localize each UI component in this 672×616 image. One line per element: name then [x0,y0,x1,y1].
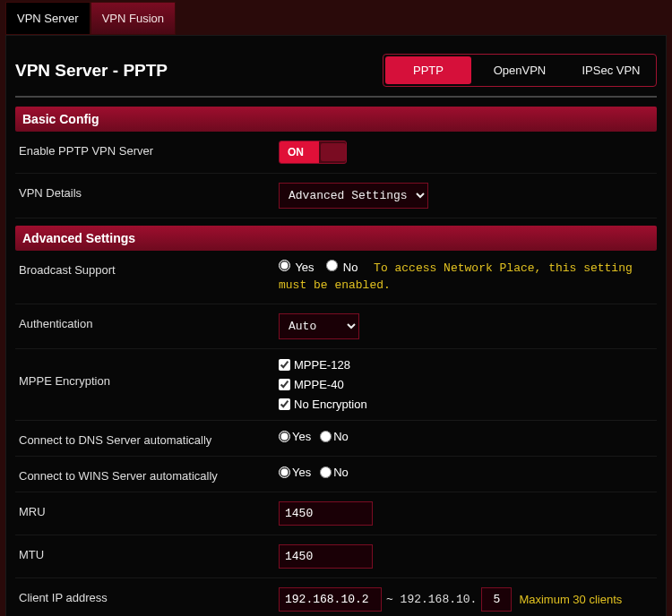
section-advanced-settings: Advanced Settings [15,226,657,251]
select-authentication[interactable]: Auto [279,313,359,339]
proto-openvpn[interactable]: OpenVPN [477,56,563,84]
page-title: VPN Server - PPTP [15,61,168,81]
radio-wins-yes-label: Yes [292,466,311,479]
top-tabs: VPN Server VPN Fusion [5,2,667,35]
label-vpn-details: VPN Details [19,183,279,200]
radio-dns-yes-label: Yes [292,430,311,443]
toggle-on-label: ON [280,141,319,163]
radio-broadcast-no[interactable] [326,260,338,271]
main-panel: VPN Server - PPTP PPTP OpenVPN IPSec VPN… [5,35,667,616]
check-label-mppe40: MPPE-40 [294,378,344,391]
select-vpn-details[interactable]: Advanced Settings [279,183,428,209]
check-label-noenc: No Encryption [294,398,367,411]
client-ip-mid: ~ 192.168.10. [386,593,477,606]
input-client-ip-end[interactable] [481,587,512,612]
label-dns: Connect to DNS Server automatically [19,430,279,447]
toggle-enable-server[interactable]: ON [279,141,347,164]
section-basic-config: Basic Config [15,107,657,132]
toggle-knob [321,143,346,161]
divider [15,96,657,98]
label-mtu: MTU [19,544,279,561]
protocol-switcher: PPTP OpenVPN IPSec VPN [383,54,657,87]
label-broadcast: Broadcast Support [19,260,279,277]
radio-dns-yes[interactable] [279,431,290,442]
input-mru[interactable] [279,501,373,526]
tab-vpn-server[interactable]: VPN Server [5,2,90,35]
radio-label-no: No [343,261,358,274]
proto-pptp[interactable]: PPTP [385,56,471,84]
label-client-ip: Client IP address [19,587,279,604]
radio-wins-no-label: No [333,466,349,479]
label-wins: Connect to WINS Server automatically [19,466,279,483]
radio-wins-no[interactable] [320,466,332,478]
radio-wins-yes[interactable] [279,466,290,478]
radio-label-yes: Yes [295,261,314,274]
checkbox-mppe-40[interactable] [279,379,290,390]
input-mtu[interactable] [279,544,373,569]
proto-ipsec[interactable]: IPSec VPN [568,56,654,84]
hint-max-clients: Maximum 30 clients [519,593,622,606]
check-label-mppe128: MPPE-128 [294,358,350,372]
label-mru: MRU [19,501,279,518]
radio-dns-no-label: No [333,430,349,443]
label-enable-server: Enable PPTP VPN Server [19,141,279,158]
checkbox-mppe-128[interactable] [279,359,290,371]
tab-vpn-fusion[interactable]: VPN Fusion [90,2,176,35]
radio-dns-no[interactable] [320,431,332,442]
input-client-ip-start[interactable] [279,587,382,612]
radio-broadcast-yes[interactable] [279,260,290,271]
label-authentication: Authentication [19,313,279,330]
checkbox-no-encryption[interactable] [279,398,290,410]
label-mppe: MPPE Encryption [19,358,279,388]
